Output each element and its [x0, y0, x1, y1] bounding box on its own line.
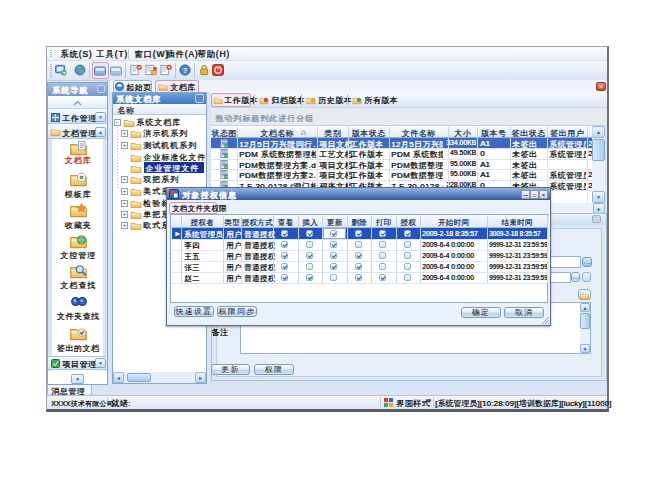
svg-text:?: ? [183, 66, 188, 75]
